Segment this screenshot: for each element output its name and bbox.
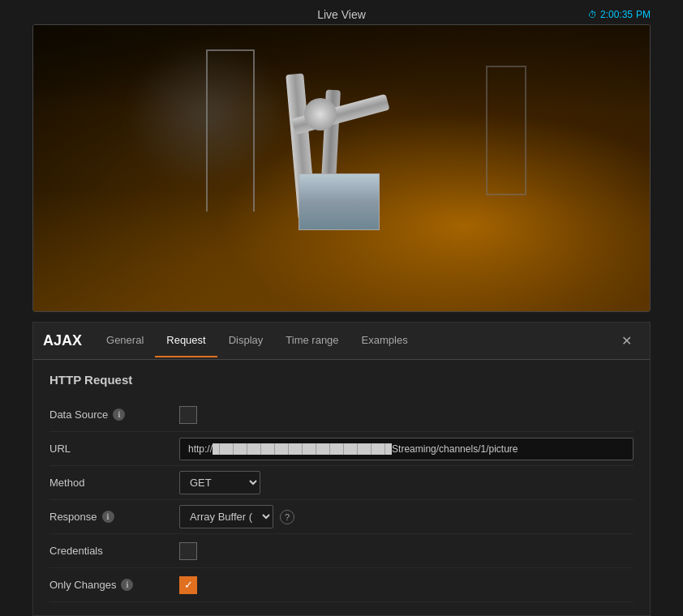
floor-glow [33,190,650,311]
live-view-time: ⏱ 2:00:35 PM [588,9,651,20]
method-select[interactable]: GET POST PUT DELETE [179,471,260,494]
scaffolding-right [486,66,526,195]
response-info-icon[interactable]: ℹ [102,511,114,523]
data-source-control [179,406,634,424]
tabs-row: AJAX General Request Display Time range … [33,323,650,360]
only-changes-info-icon[interactable]: ℹ [121,579,133,591]
response-row: Response ℹ Array Buffer ( JSON Text Blob… [49,500,634,534]
panel-content: HTTP Request Data Source ℹ URL [33,360,650,615]
method-label: Method [49,470,179,495]
close-button[interactable]: ✕ [613,325,640,357]
video-background [33,25,650,311]
response-help-icon[interactable]: ? [280,510,294,524]
response-select[interactable]: Array Buffer ( JSON Text Blob [179,505,273,528]
response-control: Array Buffer ( JSON Text Blob ? [179,505,634,528]
section-title: HTTP Request [49,373,634,387]
video-frame [32,24,651,312]
method-control: GET POST PUT DELETE [179,471,634,494]
live-view-header: Live View ⏱ 2:00:35 PM [32,8,651,21]
credentials-control [179,542,634,560]
only-changes-row: Only Changes ℹ [49,568,634,602]
plugin-label: AJAX [43,323,82,359]
method-row: Method GET POST PUT DELETE [49,466,634,500]
only-changes-label: Only Changes ℹ [49,572,179,597]
tab-display[interactable]: Display [217,324,275,357]
credentials-checkbox[interactable] [179,542,197,560]
data-source-row: Data Source ℹ [49,398,634,432]
clock-icon: ⏱ [588,10,597,19]
data-source-info-icon[interactable]: ℹ [113,409,125,421]
main-container: Live View ⏱ 2:00:35 PM AJAX General Requ… [0,0,683,616]
data-source-label: Data Source ℹ [49,402,179,427]
only-changes-control [179,576,634,594]
only-changes-checkbox[interactable] [179,576,197,594]
tab-general[interactable]: General [95,324,155,357]
scaffolding-left [206,49,255,212]
credentials-label: Credentials [49,538,179,563]
response-label: Response ℹ [49,504,179,529]
data-source-checkbox[interactable] [179,406,197,424]
tab-examples[interactable]: Examples [350,324,419,357]
tab-time-range[interactable]: Time range [274,324,350,357]
url-row: URL [49,432,634,466]
credentials-row: Credentials [49,534,634,568]
url-control [179,438,634,460]
url-label: URL [49,436,179,461]
ajax-panel: AJAX General Request Display Time range … [32,322,651,616]
time-period: PM [636,9,651,20]
live-view-title: Live View [317,8,366,21]
url-input[interactable] [179,438,634,460]
time-display: 2:00:35 [600,9,633,20]
tab-request[interactable]: Request [155,324,217,357]
